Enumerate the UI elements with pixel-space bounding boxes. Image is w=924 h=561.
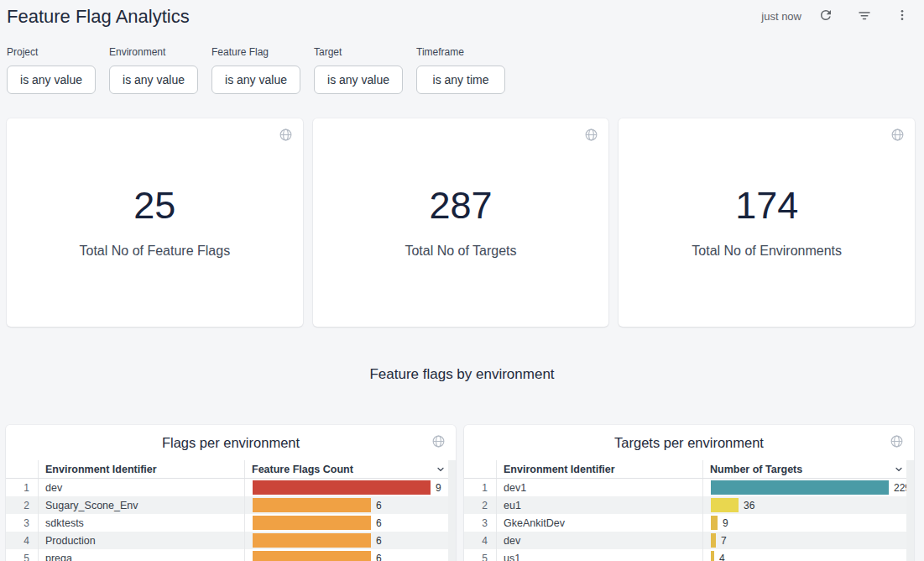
table-row: 1 dev 9: [6, 479, 448, 496]
column-header-environment-identifier[interactable]: Environment Identifier: [39, 460, 245, 478]
value-bar-cell: 9: [245, 479, 448, 496]
row-number: 4: [6, 532, 39, 549]
column-header-feature-flags-count[interactable]: Feature Flags Count: [245, 460, 448, 478]
row-number-header: [464, 460, 497, 478]
kpi-label: Total No of Environments: [692, 244, 842, 259]
row-number: 5: [6, 549, 39, 561]
bar-value-label: 9: [723, 517, 728, 529]
row-number: 3: [6, 514, 39, 532]
filters-button[interactable]: [855, 6, 874, 27]
bar-value-label: 6: [376, 553, 382, 561]
row-number: 4: [464, 532, 497, 549]
chevron-down-icon[interactable]: [894, 464, 904, 474]
filter-timeframe-button[interactable]: is any time: [416, 66, 505, 94]
header-actions: just now: [761, 6, 911, 27]
filter-target-button[interactable]: is any value: [314, 66, 403, 94]
value-bar[interactable]: [253, 516, 371, 530]
targets-per-environment-tile: Targets per environment Environment Iden…: [464, 425, 914, 561]
value-bar[interactable]: [253, 498, 371, 512]
row-number: 2: [6, 496, 39, 514]
table-header-row: Environment Identifier Feature Flags Cou…: [6, 460, 448, 479]
value-bar[interactable]: [711, 480, 889, 495]
value-bar[interactable]: [253, 551, 371, 561]
bar-value-label: 6: [376, 500, 382, 511]
environment-identifier-cell: Sugary_Scone_Env: [39, 496, 245, 514]
environment-identifier-cell: Production: [39, 532, 245, 549]
value-bar-cell: 4: [703, 549, 906, 561]
row-number: 1: [6, 479, 39, 496]
value-bar[interactable]: [253, 480, 431, 495]
tile-title: Flags per environment: [6, 425, 456, 460]
kpi-label: Total No of Targets: [405, 244, 516, 259]
bar-value-label: 6: [376, 517, 382, 529]
value-bar-cell: 7: [703, 532, 906, 549]
value-bar[interactable]: [711, 533, 716, 548]
column-header-label: Number of Targets: [710, 464, 802, 475]
environment-identifier-cell: sdktests: [39, 514, 245, 532]
table-row: 3 sdktests 6: [6, 514, 448, 532]
environment-identifier-cell: us1: [497, 549, 703, 561]
filter-feature-flag-button[interactable]: is any value: [211, 66, 300, 94]
chevron-down-icon[interactable]: [436, 464, 446, 474]
filter-environment-button[interactable]: is any value: [109, 66, 198, 94]
value-bar[interactable]: [253, 533, 371, 548]
environment-identifier-cell: dev: [497, 532, 703, 549]
tables-row: Flags per environment Environment Identi…: [0, 425, 924, 561]
kpi-value: 287: [429, 186, 492, 224]
filter-feature-flag: Feature Flag is any value: [211, 46, 300, 94]
refresh-button[interactable]: [817, 6, 835, 27]
environment-identifier-cell: dev: [39, 479, 245, 496]
table-row: 2 eu1 36: [464, 496, 906, 514]
kpi-row: 25 Total No of Feature Flags 287 Total N…: [0, 94, 924, 327]
value-bar-cell: 229: [703, 479, 911, 496]
value-bar[interactable]: [711, 498, 739, 512]
scrollbar-track[interactable]: [448, 460, 456, 561]
more-options-button[interactable]: [894, 7, 911, 26]
row-number: 2: [464, 496, 497, 514]
globe-icon: [890, 128, 905, 145]
filter-project: Project is any value: [7, 46, 96, 94]
table-row: 5 us1 4: [464, 549, 906, 561]
filter-target: Target is any value: [314, 46, 403, 94]
value-bar-cell: 6: [245, 549, 448, 561]
column-header-label: Feature Flags Count: [252, 464, 353, 475]
value-bar-cell: 9: [703, 514, 906, 532]
table-row: 4 dev 7: [464, 532, 906, 549]
filter-label: Target: [314, 46, 403, 58]
scrollbar-track[interactable]: [906, 460, 914, 561]
value-bar-cell: 6: [245, 496, 448, 514]
filter-environment: Environment is any value: [109, 46, 198, 94]
value-bar-cell: 36: [703, 496, 906, 514]
value-bar[interactable]: [711, 551, 714, 561]
environment-identifier-cell: eu1: [497, 496, 703, 514]
kpi-total-feature-flags: 25 Total No of Feature Flags: [7, 118, 303, 327]
filter-label: Timeframe: [416, 46, 505, 58]
filter-bar: Project is any value Environment is any …: [0, 29, 924, 94]
globe-icon: [431, 434, 446, 452]
section-title: Feature flags by environment: [0, 366, 924, 383]
bar-value-label: 7: [721, 535, 727, 547]
environment-identifier-cell: prega: [39, 549, 245, 561]
row-number: 3: [464, 514, 497, 532]
environment-identifier-cell: GkeAnkitDev: [497, 514, 703, 532]
table-body: 1 dev1 229 2 eu1 36 3 GkeAnkitDev 9 4 de…: [464, 479, 914, 561]
row-number-header: [6, 460, 39, 478]
tile-title: Targets per environment: [464, 425, 914, 460]
last-refreshed-label: just now: [761, 10, 801, 23]
column-header-number-of-targets[interactable]: Number of Targets: [703, 460, 906, 478]
value-bar[interactable]: [711, 516, 718, 530]
filter-label: Feature Flag: [211, 46, 300, 58]
table-row: 3 GkeAnkitDev 9: [464, 514, 906, 532]
table-row: 2 Sugary_Scone_Env 6: [6, 496, 448, 514]
table-row: 1 dev1 229: [464, 479, 906, 496]
kpi-total-targets: 287 Total No of Targets: [313, 118, 609, 327]
filter-project-button[interactable]: is any value: [7, 66, 96, 94]
bar-value-label: 9: [436, 482, 441, 494]
column-header-environment-identifier[interactable]: Environment Identifier: [497, 460, 703, 478]
kpi-label: Total No of Feature Flags: [80, 244, 231, 259]
kpi-value: 25: [133, 186, 175, 224]
bar-value-label: 4: [719, 553, 725, 561]
filter-label: Project: [7, 46, 96, 58]
page-title: Feature Flag Analytics: [7, 6, 190, 28]
value-bar-cell: 6: [245, 514, 448, 532]
